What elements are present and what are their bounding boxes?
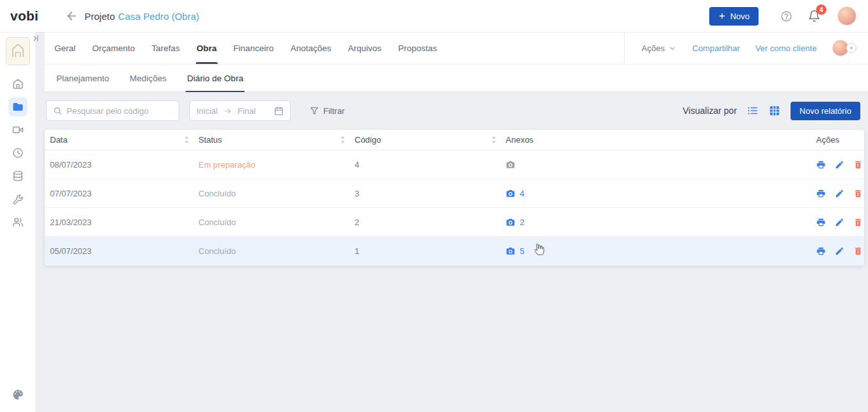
tab-financeiro[interactable]: Financeiro: [225, 32, 282, 64]
view-by-label: Visualizar por: [683, 106, 737, 116]
sort-icon[interactable]: [340, 136, 346, 144]
user-avatar[interactable]: [837, 6, 856, 26]
subtab-diario-de-obra[interactable]: Diário de Obra: [177, 65, 253, 91]
row-attachments[interactable]: 5: [506, 246, 805, 256]
row-status: Concluído: [198, 218, 355, 227]
row-code: 3: [355, 189, 506, 198]
top-header: vobi ProjetoCasa Pedro (Obra) Novo 4: [0, 0, 868, 32]
sidebar-item-time[interactable]: [8, 143, 28, 162]
column-label: Status: [198, 135, 222, 145]
project-sketch-icon: [7, 38, 29, 64]
sidebar-item-media[interactable]: [8, 120, 28, 139]
share-link[interactable]: Compartilhar: [692, 44, 739, 53]
help-button[interactable]: [780, 10, 792, 22]
subtab-planejamento[interactable]: Planejamento: [46, 65, 120, 91]
notifications-button[interactable]: 4: [808, 10, 821, 22]
filter-button[interactable]: Filtrar: [310, 106, 344, 116]
table-row[interactable]: 08/07/2023 Em preparação 4: [45, 150, 864, 179]
breadcrumb-prefix: Projeto: [84, 11, 115, 22]
folder-icon: [12, 101, 24, 113]
new-button[interactable]: Novo: [709, 7, 759, 26]
pencil-icon: [835, 218, 844, 227]
delete-button[interactable]: [853, 217, 864, 227]
database-icon: [12, 170, 24, 182]
sidebar-nav: [8, 74, 28, 232]
new-report-button[interactable]: Novo relatório: [791, 102, 860, 120]
print-button[interactable]: [816, 159, 826, 170]
sidebar-collapse-toggle[interactable]: [31, 33, 41, 43]
camera-icon: [506, 160, 515, 170]
project-tabbar: Geral Orçamento Tarefas Obra Financeiro …: [45, 32, 868, 64]
delete-button[interactable]: [853, 246, 864, 257]
arrow-right-icon: [223, 107, 232, 115]
tab-arquivos[interactable]: Arquivos: [339, 32, 390, 64]
table-row[interactable]: 21/03/2023 Concluído 2 2: [45, 208, 864, 237]
actions-dropdown[interactable]: Ações: [641, 44, 677, 53]
date-end-placeholder: Final: [237, 106, 255, 116]
table-view-button[interactable]: [769, 105, 780, 116]
trash-icon: [853, 218, 863, 227]
status-text: Concluído: [198, 246, 236, 256]
view-as-client-link[interactable]: Ver como cliente: [755, 44, 817, 53]
sidebar-item-database[interactable]: [8, 166, 28, 186]
column-header-status[interactable]: Status: [198, 135, 355, 145]
project-thumbnail[interactable]: [6, 37, 30, 65]
arrow-left-icon: [65, 10, 78, 22]
breadcrumb: ProjetoCasa Pedro (Obra): [84, 11, 199, 22]
sort-icon[interactable]: [491, 136, 497, 144]
table-header-row: Data Status Código Anexos Ações: [45, 130, 864, 150]
delete-button[interactable]: [853, 188, 864, 198]
wrench-icon: [12, 193, 24, 205]
tab-orcamento[interactable]: Orçamento: [84, 32, 143, 64]
print-button[interactable]: [816, 246, 826, 257]
row-date: 05/07/2023: [45, 246, 198, 256]
search-icon: [53, 106, 62, 115]
table-row[interactable]: 07/07/2023 Concluído 3 4: [45, 179, 864, 208]
edit-button[interactable]: [835, 159, 845, 170]
add-collaborator-button[interactable]: [846, 43, 856, 53]
left-sidebar: [0, 32, 35, 412]
row-actions: [805, 159, 864, 170]
row-status: Em preparação: [198, 160, 355, 170]
sidebar-item-people[interactable]: [8, 212, 28, 232]
tab-tarefas[interactable]: Tarefas: [143, 32, 188, 64]
edit-button[interactable]: [835, 217, 845, 227]
edit-button[interactable]: [835, 188, 845, 198]
notification-badge: 4: [816, 4, 826, 15]
subtab-medicoes[interactable]: Medições: [120, 65, 177, 91]
table-row[interactable]: 05/07/2023 Concluído 1 5: [45, 237, 864, 265]
sidebar-item-theme[interactable]: [8, 385, 28, 404]
new-report-label: Novo relatório: [800, 106, 851, 116]
camera-icon: [506, 189, 515, 198]
column-header-anexos: Anexos: [506, 135, 805, 145]
sidebar-item-home[interactable]: [8, 74, 28, 93]
pencil-icon: [835, 246, 844, 256]
breadcrumb-project-link[interactable]: Casa Pedro (Obra): [118, 11, 200, 22]
edit-button[interactable]: [835, 246, 845, 257]
search-input[interactable]: [67, 106, 172, 116]
back-button[interactable]: [65, 10, 78, 22]
tab-geral[interactable]: Geral: [46, 32, 84, 64]
print-button[interactable]: [816, 217, 826, 227]
sort-icon[interactable]: [184, 136, 189, 144]
tab-anotacoes[interactable]: Anotações: [282, 32, 340, 64]
sidebar-item-tools[interactable]: [8, 189, 28, 209]
row-attachments[interactable]: [506, 160, 805, 170]
date-range-picker[interactable]: Inicial Final: [189, 100, 291, 121]
tabbar-actions-group: Ações Compartilhar Ver como cliente: [624, 32, 868, 64]
status-text: Concluído: [198, 189, 236, 198]
tab-obra[interactable]: Obra: [188, 32, 225, 64]
row-attachments[interactable]: 4: [506, 189, 805, 198]
sidebar-item-projects[interactable]: [8, 97, 28, 116]
list-view-button[interactable]: [747, 105, 759, 116]
column-header-data[interactable]: Data: [45, 135, 198, 145]
column-header-codigo[interactable]: Código: [355, 135, 506, 145]
column-label: Anexos: [506, 135, 533, 145]
print-button[interactable]: [816, 188, 826, 198]
tab-propostas[interactable]: Propostas: [390, 32, 446, 64]
new-button-label: Novo: [730, 12, 750, 21]
delete-button[interactable]: [853, 159, 864, 170]
row-attachments[interactable]: 2: [506, 218, 805, 227]
list-view-icon: [747, 105, 759, 116]
column-label: Data: [50, 135, 67, 145]
